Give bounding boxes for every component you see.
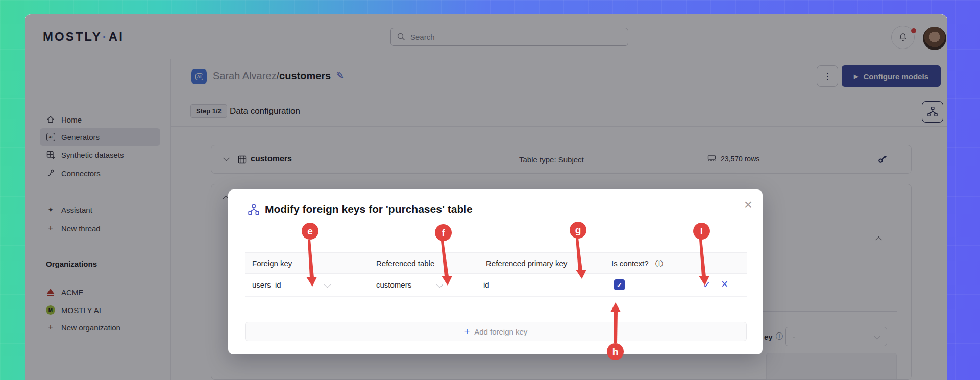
foreign-keys-network-icon bbox=[248, 204, 260, 216]
add-foreign-key-label: Add foreign key bbox=[474, 327, 527, 336]
close-icon[interactable]: × bbox=[744, 198, 752, 212]
referenced-table-value[interactable]: customers bbox=[376, 280, 411, 289]
table-header-row: Foreign key Referenced table Referenced … bbox=[245, 252, 747, 274]
chevron-down-icon[interactable] bbox=[324, 281, 331, 288]
foreign-keys-table: Foreign key Referenced table Referenced … bbox=[245, 252, 747, 297]
foreign-key-value[interactable]: users_id bbox=[252, 280, 281, 289]
screen: MOSTLY·AI Home AI Gen bbox=[0, 0, 980, 380]
annotation-e: e bbox=[302, 223, 318, 240]
annotation-g: g bbox=[570, 222, 586, 239]
info-icon[interactable]: ⓘ bbox=[655, 259, 663, 269]
column-header-referenced-primary-key: Referenced primary key bbox=[486, 259, 567, 268]
confirm-icon[interactable]: ✓ bbox=[703, 279, 711, 291]
column-header-referenced-table: Referenced table bbox=[376, 259, 434, 268]
annotation-f: f bbox=[435, 224, 452, 241]
plus-icon: + bbox=[464, 326, 470, 337]
chevron-down-icon[interactable] bbox=[436, 281, 443, 288]
add-foreign-key-button[interactable]: + Add foreign key bbox=[245, 322, 747, 341]
annotation-h: h bbox=[607, 343, 624, 360]
modify-foreign-keys-modal: Modify foreign keys for 'purchases' tabl… bbox=[228, 189, 763, 354]
is-context-checkbox[interactable]: ✓ bbox=[614, 279, 625, 290]
referenced-primary-key-value: id bbox=[483, 280, 489, 289]
delete-icon[interactable]: × bbox=[721, 277, 728, 291]
annotation-i: i bbox=[693, 223, 710, 240]
modal-title: Modify foreign keys for 'purchases' tabl… bbox=[265, 203, 473, 216]
foreign-key-row: users_id customers id ✓ ✓ × bbox=[245, 274, 747, 297]
column-header-foreign-key: Foreign key bbox=[252, 259, 292, 268]
column-header-is-context: Is context? bbox=[611, 259, 649, 268]
